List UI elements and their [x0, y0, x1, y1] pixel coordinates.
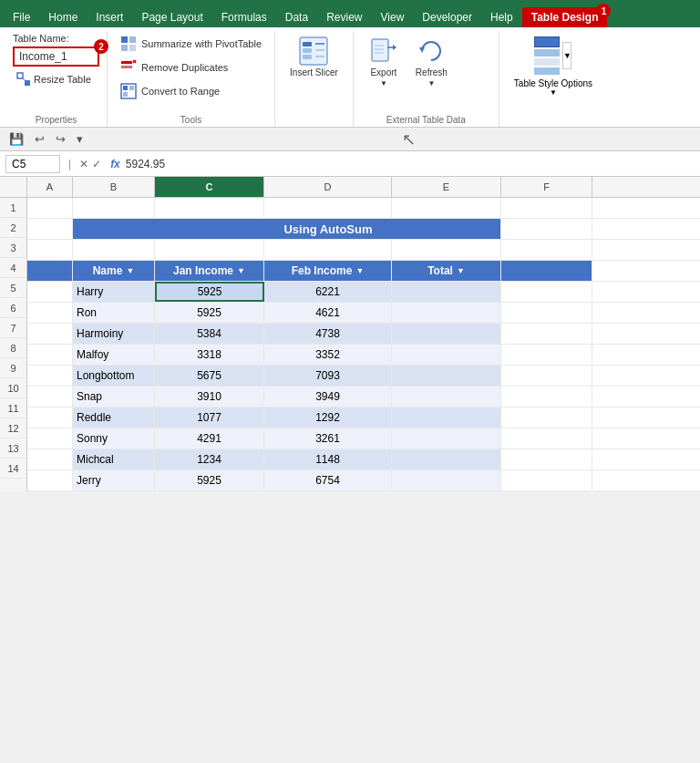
cell-f13[interactable] [501, 449, 592, 469]
confirm-formula-icon[interactable]: ✓ [92, 158, 101, 170]
cell-e8[interactable] [392, 345, 501, 365]
save-button[interactable]: 💾 [7, 130, 26, 148]
row-num-8[interactable]: 8 [0, 338, 26, 358]
tab-insert[interactable]: Insert [87, 7, 132, 27]
cell-b2[interactable] [73, 219, 155, 239]
customize-quick-access[interactable]: ▾ [75, 130, 85, 148]
cell-e12[interactable] [392, 428, 501, 449]
cell-d14[interactable]: 6754 [264, 470, 392, 490]
cell-d4[interactable]: Feb Income ▼ [264, 261, 392, 281]
tab-review[interactable]: Review [317, 7, 371, 27]
resize-table-button[interactable]: Resize Table [13, 70, 95, 88]
cell-c1[interactable] [155, 198, 264, 218]
cell-f9[interactable] [501, 366, 592, 386]
cell-d2[interactable]: Using AutoSum [264, 219, 392, 239]
redo-button[interactable]: ↪ [54, 130, 67, 148]
cell-a11[interactable] [27, 407, 73, 428]
row-num-10[interactable]: 10 [0, 378, 26, 398]
cell-a2[interactable] [27, 219, 73, 239]
cell-e7[interactable] [392, 324, 501, 344]
cell-a12[interactable] [27, 428, 73, 449]
table-style-options-button[interactable]: ▼ Table Style Options ▼ [507, 33, 600, 100]
tab-formulas[interactable]: Formulas [212, 7, 276, 27]
cell-c11[interactable]: 1077 [155, 407, 264, 428]
cell-b10[interactable]: Snap [73, 387, 155, 407]
cell-d5[interactable]: 6221 [264, 282, 392, 302]
tab-pagelayout[interactable]: Page Layout [132, 7, 211, 27]
row-num-13[interactable]: 13 [0, 438, 26, 459]
cell-a9[interactable] [27, 366, 73, 386]
cell-e3[interactable] [392, 240, 501, 260]
cell-f2[interactable] [501, 219, 592, 239]
cell-b6[interactable]: Ron [73, 303, 155, 323]
export-button[interactable]: Export ▼ [361, 33, 407, 91]
insert-slicer-button[interactable]: Insert Slicer [283, 33, 345, 81]
cell-f4[interactable] [501, 261, 592, 281]
cell-b4[interactable]: Name ▼ [73, 261, 155, 281]
tab-view[interactable]: View [372, 7, 414, 27]
cell-c14[interactable]: 5925 [155, 470, 264, 490]
tab-file[interactable]: File [4, 7, 39, 27]
cell-c3[interactable] [155, 240, 264, 260]
remove-duplicates-button[interactable]: Remove Duplicates [115, 57, 267, 78]
cell-e6[interactable] [392, 303, 501, 323]
cell-c7[interactable]: 5384 [155, 324, 264, 344]
cell-b12[interactable]: Sonny [73, 428, 155, 449]
row-num-5[interactable]: 5 [0, 278, 26, 298]
cell-c4[interactable]: Jan Income ▼ [155, 261, 264, 281]
cell-f6[interactable] [501, 303, 592, 323]
tab-table-design[interactable]: Table Design 1 [522, 7, 608, 27]
cell-a14[interactable] [27, 470, 73, 490]
cell-d1[interactable] [264, 198, 392, 218]
col-header-e[interactable]: E [392, 177, 501, 197]
row-num-6[interactable]: 6 [0, 298, 26, 318]
col-header-a[interactable]: A [27, 177, 73, 197]
name-dropdown-arrow[interactable]: ▼ [126, 266, 134, 275]
cell-d8[interactable]: 3352 [264, 345, 392, 365]
row-num-3[interactable]: 3 [0, 238, 26, 258]
cell-d3[interactable] [264, 240, 392, 260]
row-num-11[interactable]: 11 [0, 398, 26, 418]
cell-d9[interactable]: 7093 [264, 366, 392, 386]
row-num-12[interactable]: 12 [0, 418, 26, 438]
cell-b3[interactable] [73, 240, 155, 260]
convert-to-range-button[interactable]: Convert to Range [115, 80, 267, 102]
cell-e13[interactable] [392, 449, 501, 469]
cell-d12[interactable]: 3261 [264, 428, 392, 449]
row-num-4[interactable]: 4 [0, 258, 26, 278]
cell-a4[interactable] [27, 261, 73, 281]
cell-e14[interactable] [392, 470, 501, 490]
cell-f14[interactable] [501, 470, 592, 490]
cell-a7[interactable] [27, 324, 73, 344]
cell-c8[interactable]: 3318 [155, 345, 264, 365]
cell-f7[interactable] [501, 324, 592, 344]
tab-help[interactable]: Help [481, 7, 522, 27]
cell-f5[interactable] [501, 282, 592, 302]
tab-home[interactable]: Home [39, 7, 87, 27]
cell-e5[interactable] [392, 282, 501, 302]
cell-a3[interactable] [27, 240, 73, 260]
cell-f1[interactable] [501, 198, 592, 218]
cell-f3[interactable] [501, 240, 592, 260]
cell-b11[interactable]: Reddle [73, 407, 155, 428]
cell-e1[interactable] [392, 198, 501, 218]
formula-input[interactable] [126, 158, 695, 170]
cell-d13[interactable]: 1148 [264, 449, 392, 469]
tab-data[interactable]: Data [276, 7, 317, 27]
cell-b13[interactable]: Michcal [73, 449, 155, 469]
cell-a13[interactable] [27, 449, 73, 469]
cell-f12[interactable] [501, 428, 592, 449]
cell-e10[interactable] [392, 387, 501, 407]
col-header-f[interactable]: F [501, 177, 592, 197]
cell-c5[interactable]: 5925 [155, 282, 264, 302]
cell-a1[interactable] [27, 198, 73, 218]
tab-developer[interactable]: Developer [413, 7, 481, 27]
col-header-b[interactable]: B [73, 177, 155, 197]
summarize-pivot-button[interactable]: Summarize with PivotTable [115, 33, 267, 55]
cell-b14[interactable]: Jerry [73, 470, 155, 490]
cell-b7[interactable]: Harmoiny [73, 324, 155, 344]
cell-d11[interactable]: 1292 [264, 407, 392, 428]
cell-a6[interactable] [27, 303, 73, 323]
cell-b9[interactable]: Longbottom [73, 366, 155, 386]
cancel-formula-icon[interactable]: ✕ [79, 158, 88, 170]
